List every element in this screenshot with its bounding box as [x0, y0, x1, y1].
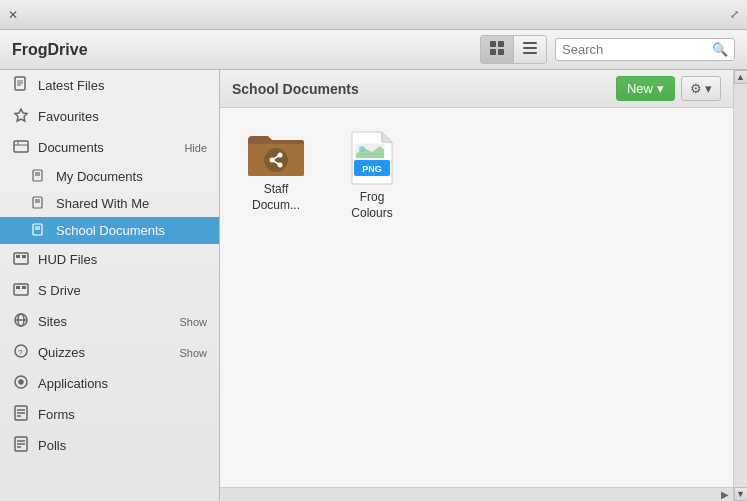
new-dropdown-icon: ▾ — [657, 81, 664, 96]
svg-rect-2 — [490, 49, 496, 55]
shared-with-me-icon — [30, 195, 48, 212]
sidebar-item-latest-files[interactable]: Latest Files — [0, 70, 219, 101]
settings-button[interactable]: ⚙ ▾ — [681, 76, 721, 101]
new-button[interactable]: New ▾ — [616, 76, 675, 101]
svg-rect-4 — [523, 42, 537, 44]
forms-icon — [12, 405, 30, 424]
svg-rect-12 — [14, 141, 28, 152]
file-name-staff-documents: Staff Docum... — [242, 182, 310, 213]
list-view-button[interactable] — [514, 36, 546, 63]
files-grid: Staff Docum... PNG — [220, 108, 733, 487]
right-scrollbar[interactable]: ▲ ▼ — [733, 70, 747, 501]
title-bar: ✕ ⤢ — [0, 0, 747, 30]
applications-icon — [12, 374, 30, 393]
school-documents-icon — [30, 222, 48, 239]
svg-rect-6 — [523, 52, 537, 54]
sidebar-section-quizzes[interactable]: ? Quizzes Show — [0, 337, 219, 368]
svg-point-43 — [264, 148, 288, 172]
file-item-frog-colours[interactable]: PNG Frog Colours — [332, 124, 412, 227]
sidebar-item-school-documents[interactable]: School Documents — [0, 217, 219, 244]
svg-rect-24 — [22, 255, 26, 258]
content-actions: New ▾ ⚙ ▾ — [616, 76, 721, 101]
file-item-staff-documents[interactable]: Staff Docum... — [236, 124, 316, 227]
sidebar-label-sites: Sites — [38, 314, 67, 329]
sidebar-label-latest-files: Latest Files — [38, 78, 104, 93]
sidebar-label-forms: Forms — [38, 407, 75, 422]
sidebar-item-forms[interactable]: Forms — [0, 399, 219, 430]
svg-rect-0 — [490, 41, 496, 47]
search-input[interactable] — [562, 42, 712, 57]
scroll-up-button[interactable]: ▲ — [734, 70, 748, 84]
header-right: 🔍 — [480, 35, 735, 64]
sidebar: Latest Files Favourites — [0, 70, 220, 501]
svg-rect-5 — [523, 47, 537, 49]
settings-icon: ⚙ — [690, 81, 702, 96]
scroll-right-arrow[interactable]: ▶ — [719, 487, 731, 501]
my-documents-icon — [30, 168, 48, 185]
app-title: FrogDrive — [12, 41, 88, 59]
s-drive-icon — [12, 281, 30, 300]
app-header: FrogDrive — [0, 30, 747, 70]
png-icon-frog-colours: PNG — [348, 130, 396, 186]
polls-icon — [12, 436, 30, 455]
sidebar-item-applications[interactable]: Applications — [0, 368, 219, 399]
svg-point-34 — [19, 380, 23, 384]
svg-rect-26 — [16, 286, 20, 289]
sidebar-label-hud-files: HUD Files — [38, 252, 97, 267]
svg-rect-25 — [14, 284, 28, 295]
grid-view-button[interactable] — [481, 36, 514, 63]
sidebar-item-polls[interactable]: Polls — [0, 430, 219, 461]
favourites-icon — [12, 107, 30, 126]
section-left-quizzes: ? Quizzes — [12, 343, 85, 362]
file-name-frog-colours: Frog Colours — [338, 190, 406, 221]
sidebar-label-favourites: Favourites — [38, 109, 99, 124]
quizzes-toggle[interactable]: Show — [179, 347, 207, 359]
quizzes-icon: ? — [12, 343, 30, 362]
hud-files-icon — [12, 250, 30, 269]
view-buttons — [480, 35, 547, 64]
svg-rect-3 — [498, 49, 504, 55]
sidebar-item-hud-files[interactable]: HUD Files — [0, 244, 219, 275]
sidebar-item-my-documents[interactable]: My Documents — [0, 163, 219, 190]
bottom-scrollbar: ▶ — [220, 487, 733, 501]
svg-marker-11 — [15, 109, 27, 121]
content-header: School Documents New ▾ ⚙ ▾ — [220, 70, 733, 108]
scroll-down-button[interactable]: ▼ — [734, 487, 748, 501]
settings-dropdown-icon: ▾ — [705, 81, 712, 96]
sidebar-label-shared-with-me: Shared With Me — [56, 196, 149, 211]
svg-rect-23 — [16, 255, 20, 258]
svg-rect-27 — [22, 286, 26, 289]
sites-icon — [12, 312, 30, 331]
main-content: Latest Files Favourites — [0, 70, 747, 501]
documents-toggle[interactable]: Hide — [184, 142, 207, 154]
svg-rect-1 — [498, 41, 504, 47]
sidebar-item-shared-with-me[interactable]: Shared With Me — [0, 190, 219, 217]
sites-toggle[interactable]: Show — [179, 316, 207, 328]
new-button-label: New — [627, 81, 653, 96]
sidebar-label-school-documents: School Documents — [56, 223, 165, 238]
documents-icon — [12, 138, 30, 157]
sidebar-item-favourites[interactable]: Favourites — [0, 101, 219, 132]
sidebar-item-s-drive[interactable]: S Drive — [0, 275, 219, 306]
content-area: School Documents New ▾ ⚙ ▾ — [220, 70, 733, 501]
app-container: FrogDrive — [0, 30, 747, 501]
sidebar-section-sites[interactable]: Sites Show — [0, 306, 219, 337]
section-left-sites: Sites — [12, 312, 67, 331]
folder-icon-staff-documents — [246, 130, 306, 178]
svg-text:PNG: PNG — [362, 164, 382, 174]
sidebar-label-applications: Applications — [38, 376, 108, 391]
svg-rect-22 — [14, 253, 28, 264]
sidebar-label-my-documents: My Documents — [56, 169, 143, 184]
sidebar-label-polls: Polls — [38, 438, 66, 453]
search-box[interactable]: 🔍 — [555, 38, 735, 61]
sidebar-section-documents[interactable]: Documents Hide — [0, 132, 219, 163]
search-icon: 🔍 — [712, 42, 728, 57]
sidebar-label-documents: Documents — [38, 140, 104, 155]
expand-icon[interactable]: ⤢ — [730, 8, 739, 21]
close-icon[interactable]: ✕ — [8, 8, 18, 22]
svg-text:?: ? — [18, 348, 23, 357]
sidebar-label-s-drive: S Drive — [38, 283, 81, 298]
section-left-documents: Documents — [12, 138, 104, 157]
sidebar-label-quizzes: Quizzes — [38, 345, 85, 360]
breadcrumb: School Documents — [232, 81, 359, 97]
